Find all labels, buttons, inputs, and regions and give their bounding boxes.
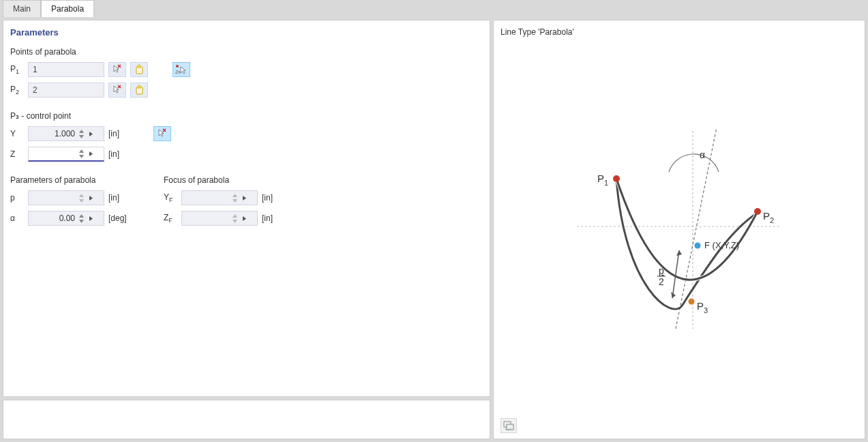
svg-text:F (X,Y,Z): F (X,Y,Z) <box>704 240 739 250</box>
svg-text:3: 3 <box>704 306 708 314</box>
svg-text:α: α <box>700 149 705 160</box>
tabstrip: Main Parabola <box>0 0 868 17</box>
up-arrow-icon[interactable] <box>230 213 239 218</box>
cp-z-unit: [in] <box>108 149 136 159</box>
fp-y-unit: [in] <box>262 193 289 203</box>
two-points-cursor-icon: 2x <box>175 64 188 75</box>
cp-z-menu[interactable] <box>86 147 95 160</box>
pp-p-label: p <box>10 193 28 203</box>
down-arrow-icon[interactable] <box>76 134 86 139</box>
pp-a-input[interactable] <box>28 211 104 226</box>
svg-point-8 <box>613 175 620 182</box>
pp-a-spin[interactable] <box>76 211 86 225</box>
fp-z-spin[interactable] <box>230 211 239 225</box>
section-title: Parameters <box>10 27 483 38</box>
cp-y-row: Y [in] <box>10 125 483 143</box>
down-arrow-icon[interactable] <box>230 218 239 224</box>
fp-y-menu[interactable] <box>239 191 249 205</box>
parameters-of-parabola-label: Parameters of parabola <box>10 175 164 185</box>
svg-text:2x: 2x <box>175 70 181 74</box>
p1-two-points-button[interactable]: 2x <box>173 62 190 77</box>
cp-y-spin[interactable] <box>76 127 86 141</box>
cp-z-input[interactable] <box>28 147 104 162</box>
fp-y-value[interactable] <box>182 191 230 205</box>
svg-rect-0 <box>136 67 143 74</box>
p2-row: P2 2 <box>10 81 483 99</box>
pp-p-spin[interactable] <box>76 191 86 205</box>
pp-p-row: p [in] <box>10 189 164 207</box>
cp-z-spin[interactable] <box>76 147 86 160</box>
preview-panel: Line Type 'Parabola' α P <box>493 20 865 439</box>
down-arrow-icon[interactable] <box>76 198 86 203</box>
p1-pick-button[interactable] <box>108 62 126 77</box>
fp-z-input[interactable] <box>181 211 258 226</box>
cp-y-input[interactable] <box>28 126 104 141</box>
fp-y-row: YF [in] <box>164 189 317 207</box>
p2-label: P2 <box>10 85 28 95</box>
svg-point-11 <box>754 208 761 215</box>
up-arrow-icon[interactable] <box>76 192 86 198</box>
fp-z-menu[interactable] <box>239 211 249 225</box>
up-arrow-icon[interactable] <box>76 128 86 134</box>
comment-panel[interactable] <box>3 400 490 439</box>
fp-z-unit: [in] <box>262 213 289 223</box>
down-arrow-icon[interactable] <box>76 154 86 160</box>
svg-text:P: P <box>763 210 770 222</box>
down-arrow-icon[interactable] <box>230 198 239 203</box>
cursor-x-icon <box>112 85 123 95</box>
svg-line-6 <box>676 128 717 329</box>
svg-text:p: p <box>659 265 664 276</box>
pp-p-menu[interactable] <box>86 191 95 205</box>
up-arrow-icon[interactable] <box>76 149 86 154</box>
fp-y-label: YF <box>164 192 181 203</box>
cp-z-row: Z [in] <box>10 145 483 163</box>
svg-text:2: 2 <box>659 276 664 287</box>
control-point-label: P₃ - control point <box>10 111 483 121</box>
parameters-panel: Parameters Points of parabola P1 1 2x <box>3 20 490 397</box>
p1-field[interactable]: 1 <box>28 62 104 77</box>
cp-z-label: Z <box>10 149 28 159</box>
down-arrow-icon[interactable] <box>76 218 86 224</box>
pp-p-input[interactable] <box>28 190 104 205</box>
cursor-x-icon <box>112 64 123 75</box>
cp-z-value[interactable] <box>29 147 76 160</box>
cp-y-value[interactable] <box>29 127 76 141</box>
parabola-diagram: α P 1 P 2 P 3 F (X,Y,Z) <box>500 41 858 411</box>
pp-a-label: α <box>10 213 28 223</box>
p1-new-button[interactable] <box>130 62 148 77</box>
new-page-star-icon <box>134 64 145 75</box>
pp-a-unit: [deg] <box>108 213 136 223</box>
p2-new-button[interactable] <box>130 83 148 98</box>
up-arrow-icon[interactable] <box>230 192 239 198</box>
fp-z-label: ZF <box>164 213 181 224</box>
up-arrow-icon[interactable] <box>76 213 86 218</box>
svg-text:2: 2 <box>770 216 774 224</box>
cp-y-unit: [in] <box>108 129 136 138</box>
pp-a-value[interactable] <box>29 211 76 225</box>
cp-y-menu[interactable] <box>86 127 95 141</box>
tab-main[interactable]: Main <box>3 0 41 17</box>
cp-y-label: Y <box>10 129 28 138</box>
dual-screen-icon <box>503 421 514 430</box>
content: Parameters Points of parabola P1 1 2x <box>0 17 868 442</box>
svg-text:P: P <box>597 173 604 184</box>
tab-parabola[interactable]: Parabola <box>41 0 94 17</box>
pp-a-menu[interactable] <box>86 211 95 225</box>
p2-field[interactable]: 2 <box>28 83 104 98</box>
svg-point-1 <box>176 65 179 68</box>
svg-text:P: P <box>697 300 704 312</box>
points-of-parabola-label: Points of parabola <box>10 47 483 57</box>
fp-y-input[interactable] <box>181 190 258 205</box>
preview-toolbar-button[interactable] <box>500 418 517 433</box>
p2-pick-button[interactable] <box>108 83 126 98</box>
pp-a-row: α [deg] <box>10 209 164 227</box>
svg-rect-3 <box>136 87 143 94</box>
cp-pick-button[interactable] <box>153 126 171 141</box>
pp-p-value[interactable] <box>29 191 76 205</box>
svg-point-17 <box>695 242 701 248</box>
fp-y-spin[interactable] <box>230 191 239 205</box>
pp-p-unit: [in] <box>108 193 136 203</box>
cursor-x-icon <box>157 128 168 139</box>
fp-z-value[interactable] <box>182 211 230 225</box>
focus-of-parabola-label: Focus of parabola <box>164 175 317 185</box>
